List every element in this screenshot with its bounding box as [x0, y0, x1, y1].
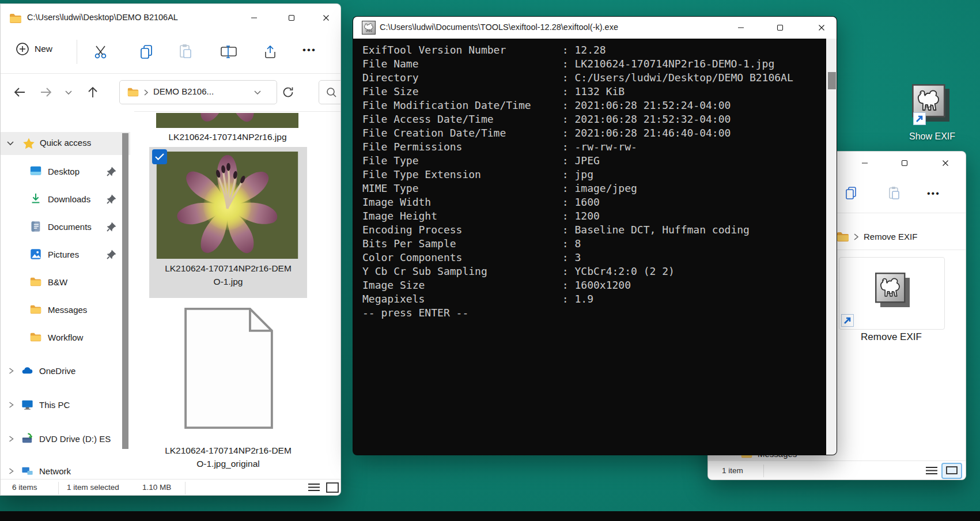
chevron-right-icon	[143, 89, 149, 96]
downloads-icon	[29, 192, 42, 205]
exiftool-console-window: C:\Users\ludwi\Documents\TOOLS\exiftool-…	[353, 16, 837, 455]
selection-count: 1 item selected	[67, 483, 119, 492]
folder-icon	[29, 303, 42, 316]
see-more-icon[interactable]: •••	[302, 44, 316, 56]
sidebar-item-documents[interactable]: Documents	[1, 215, 130, 238]
thumbnail-view-toggle[interactable]	[941, 463, 962, 479]
pin-icon	[106, 248, 118, 260]
refresh-icon[interactable]	[282, 86, 294, 99]
exiftool-camel-icon	[362, 21, 376, 35]
folder-icon	[127, 86, 139, 99]
share-icon[interactable]	[263, 44, 278, 59]
search-box[interactable]	[319, 80, 341, 104]
minimize-button[interactable]	[852, 152, 878, 175]
dvd-drive-icon	[21, 432, 34, 446]
address-dropdown-chevron-icon[interactable]	[253, 90, 262, 96]
rename-icon[interactable]	[221, 46, 237, 58]
items-count: 6 items	[12, 483, 37, 492]
star-icon	[22, 137, 35, 150]
sidebar-item-this-pc[interactable]: This PC	[1, 393, 130, 416]
chevron-right-icon[interactable]	[7, 401, 15, 409]
minimize-button[interactable]	[241, 4, 267, 32]
more-options-icon[interactable]: •••	[927, 188, 940, 199]
search-icon	[326, 87, 337, 98]
file-label: Remove EXIF	[839, 331, 944, 343]
photo-thumbnail	[156, 113, 298, 128]
desktop-icon	[29, 165, 42, 178]
selected-checkbox[interactable]	[152, 149, 167, 164]
desktop: Show EXIF •••	[0, 0, 980, 521]
shortcut-arrow-icon	[913, 112, 926, 125]
up-icon[interactable]	[86, 86, 99, 99]
left-explorer-statusbar: 6 items 1 item selected 1.10 MB	[1, 479, 341, 496]
close-button[interactable]	[932, 152, 959, 175]
chevron-right-icon[interactable]	[7, 367, 15, 375]
exiftool-camel-icon	[875, 273, 910, 307]
sidebar-item-desktop[interactable]: Desktop	[1, 160, 130, 183]
console-scrollbar-thumb[interactable]	[828, 72, 836, 89]
maximize-button[interactable]	[891, 152, 918, 175]
thumbnail-view-icon[interactable]	[326, 482, 339, 494]
copy-icon[interactable]	[844, 186, 858, 200]
photo-thumbnail	[156, 152, 298, 259]
folder-icon	[836, 230, 850, 244]
maximize-button[interactable]	[767, 17, 793, 39]
console-scrollbar-track[interactable]	[826, 39, 837, 455]
chevron-right-icon	[853, 233, 860, 241]
console-title: C:\Users\ludwi\Documents\TOOLS\exiftool-…	[380, 22, 618, 32]
item-count: 1 item	[722, 466, 743, 475]
shortcut-arrow-icon	[841, 314, 854, 327]
breadcrumb[interactable]: Remove EXIF	[864, 232, 917, 241]
address-bar-row: DEMO B2106...	[1, 73, 341, 111]
file-list: LK210624-170714NP2r16.jpg LK210624-17071…	[139, 111, 341, 479]
folder-icon	[29, 275, 42, 288]
sidebar-item-onedrive[interactable]: OneDrive	[1, 359, 130, 382]
address-box[interactable]: DEMO B2106...	[119, 80, 277, 104]
sidebar-item-workflow[interactable]: Workflow	[1, 326, 130, 349]
console-titlebar[interactable]: C:\Users\ludwi\Documents\TOOLS\exiftool-…	[353, 17, 837, 39]
new-button-label: New	[35, 44, 52, 54]
back-icon[interactable]	[13, 86, 26, 99]
sidebar-item-messages[interactable]: Messages	[1, 298, 130, 321]
sidebar-item-bw[interactable]: B&W	[1, 270, 130, 293]
paste-icon[interactable]	[178, 44, 193, 59]
close-button[interactable]	[313, 4, 339, 32]
pin-icon	[106, 165, 118, 177]
minimize-button[interactable]	[728, 17, 754, 39]
close-button[interactable]	[808, 17, 835, 39]
details-view-icon[interactable]	[307, 482, 321, 494]
cut-icon[interactable]	[94, 44, 109, 59]
paste-icon[interactable]	[887, 186, 901, 200]
pin-icon	[106, 221, 118, 232]
new-button[interactable]: New	[16, 42, 52, 56]
chevron-right-icon[interactable]	[7, 435, 15, 443]
pin-icon	[106, 193, 118, 205]
recent-locations-chevron-icon[interactable]	[65, 90, 73, 96]
pictures-icon	[29, 248, 42, 260]
forward-icon[interactable]	[40, 86, 52, 99]
sidebar-item-downloads[interactable]: Downloads	[1, 187, 130, 210]
network-icon	[21, 465, 34, 478]
window-title: C:\Users\ludwi\Desktop\DEMO B2106AL	[27, 13, 178, 22]
copy-icon[interactable]	[139, 44, 154, 59]
desktop-shortcut-show-exif[interactable]: Show EXIF	[905, 83, 960, 146]
left-explorer-titlebar[interactable]: C:\Users\ludwi\Desktop\DEMO B2106AL	[1, 4, 340, 32]
sidebar-item-quick-access[interactable]: Quick access	[1, 132, 130, 155]
shortcut-label: Show EXIF	[905, 131, 960, 142]
chevron-down-icon[interactable]	[6, 141, 14, 146]
plus-circle-icon	[16, 42, 29, 56]
maximize-button[interactable]	[278, 4, 305, 32]
onedrive-icon	[21, 364, 34, 377]
details-view-icon[interactable]	[925, 465, 939, 478]
sidebar-scrollbar-thumb[interactable]	[122, 133, 128, 449]
file-remove-exif-shortcut[interactable]	[839, 257, 945, 330]
thumbnail-view-icon	[946, 466, 958, 475]
right-explorer-statusbar: 1 item	[708, 460, 966, 480]
selection-size: 1.10 MB	[142, 483, 171, 492]
chevron-right-icon[interactable]	[7, 467, 15, 475]
screen-bottom-strip	[0, 511, 980, 521]
console-output: ExifTool Version Number : 12.28 File Nam…	[362, 43, 793, 320]
sidebar-item-dvd-drive[interactable]: DVD Drive (D:) ES	[1, 427, 130, 450]
breadcrumb[interactable]: DEMO B2106...	[153, 86, 214, 96]
sidebar-item-pictures[interactable]: Pictures	[1, 243, 130, 266]
